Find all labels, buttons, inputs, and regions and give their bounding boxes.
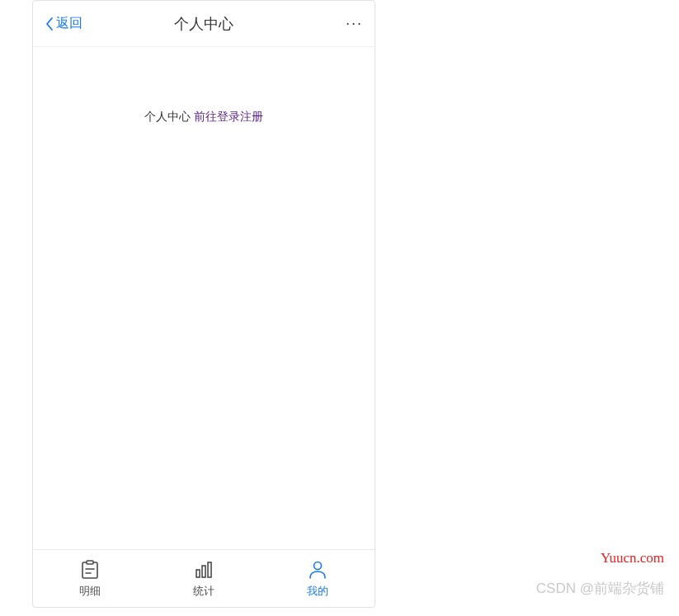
- tab-label: 我的: [307, 584, 328, 599]
- tab-label: 明细: [79, 584, 101, 599]
- content-label: 个人中心: [144, 110, 194, 123]
- svg-rect-5: [202, 566, 205, 577]
- phone-frame: 返回 个人中心 ··· 个人中心 前往登录注册 明细: [32, 0, 375, 608]
- svg-rect-1: [87, 561, 93, 564]
- tab-mine[interactable]: 我的: [261, 550, 375, 607]
- user-icon: [307, 559, 328, 581]
- detail-icon: [79, 559, 101, 581]
- content-area: 个人中心 前往登录注册: [33, 47, 375, 549]
- page-title: 个人中心: [33, 14, 375, 34]
- back-label: 返回: [56, 15, 83, 32]
- tab-stats[interactable]: 统计: [147, 550, 261, 607]
- watermark-credit: CSDN @前端杂货铺: [536, 579, 664, 598]
- svg-point-7: [314, 562, 322, 569]
- chevron-left-icon: [45, 16, 54, 31]
- nav-bar: 返回 个人中心 ···: [33, 1, 375, 47]
- watermark-site: Yuucn.com: [601, 550, 664, 567]
- tab-bar: 明细 统计 我的: [33, 549, 375, 607]
- center-text: 个人中心 前往登录注册: [144, 110, 263, 549]
- svg-rect-4: [196, 570, 200, 577]
- tab-label: 统计: [193, 584, 215, 599]
- svg-rect-6: [208, 562, 211, 577]
- back-button[interactable]: 返回: [45, 15, 83, 32]
- svg-rect-0: [83, 562, 97, 578]
- more-button[interactable]: ···: [346, 15, 363, 32]
- tab-detail[interactable]: 明细: [33, 550, 147, 607]
- login-register-link[interactable]: 前往登录注册: [194, 110, 263, 123]
- stats-icon: [193, 559, 215, 581]
